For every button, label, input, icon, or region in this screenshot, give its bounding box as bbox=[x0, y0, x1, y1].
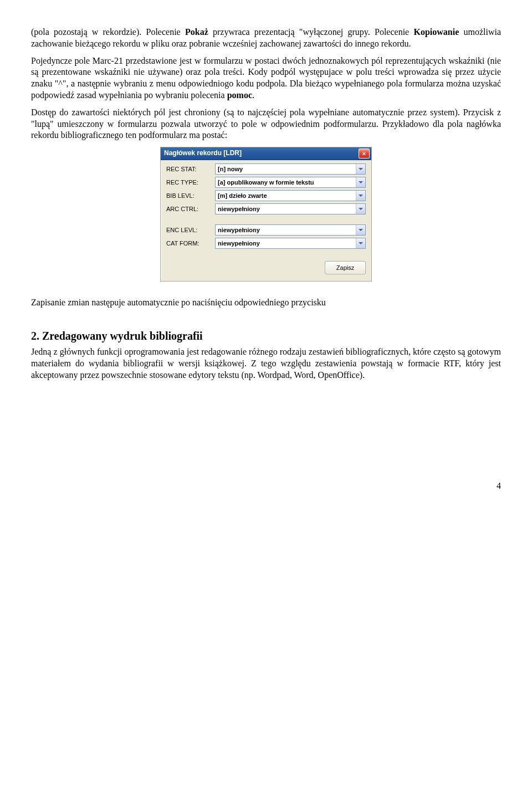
save-button[interactable]: Zapisz bbox=[325, 261, 366, 274]
text: przywraca prezentacją "wyłączonej grupy.… bbox=[208, 27, 414, 37]
combo-rec-type[interactable]: [a] opublikowany w formie tekstu bbox=[215, 177, 366, 188]
close-button[interactable]: × bbox=[359, 149, 370, 158]
bold-kopiowanie: Kopiowanie bbox=[413, 27, 459, 37]
chevron-down-icon bbox=[359, 195, 363, 197]
row-bib-levl: BIB LEVL: [m] dzieło zwarte bbox=[166, 190, 366, 201]
paragraph-5: Jedną z głównych funkcji oprogramowania … bbox=[31, 346, 501, 381]
paragraph-2: Pojedyncze pole Marc-21 przedstawione je… bbox=[31, 55, 501, 101]
label-rec-type: REC TYPE: bbox=[166, 178, 215, 186]
combo-cat-form[interactable]: niewypełniony bbox=[215, 238, 366, 249]
dialog-title: Nagłówek rekordu [LDR] bbox=[164, 149, 242, 158]
combo-arrow[interactable] bbox=[356, 204, 365, 214]
label-cat-form: CAT FORM: bbox=[166, 239, 215, 247]
combo-value: [n] nowy bbox=[216, 164, 356, 174]
save-row: Zapisz bbox=[166, 261, 366, 274]
combo-value: niewypełniony bbox=[216, 238, 356, 248]
text: (pola pozostają w rekordzie). Polecenie bbox=[31, 27, 185, 37]
chevron-down-icon bbox=[359, 242, 363, 244]
spacer bbox=[166, 217, 366, 224]
text: . bbox=[252, 90, 254, 100]
label-rec-stat: REC STAT: bbox=[166, 165, 215, 173]
row-cat-form: CAT FORM: niewypełniony bbox=[166, 238, 366, 249]
close-icon: × bbox=[362, 151, 366, 157]
label-arc-ctrl: ARC CTRL: bbox=[166, 205, 215, 213]
chevron-down-icon bbox=[359, 168, 363, 170]
paragraph-3: Dostęp do zawartości niektórych pól jest… bbox=[31, 107, 501, 141]
row-rec-type: REC TYPE: [a] opublikowany w formie teks… bbox=[166, 177, 366, 188]
chevron-down-icon bbox=[359, 181, 363, 183]
paragraph-1: (pola pozostają w rekordzie). Polecenie … bbox=[31, 27, 501, 50]
ldr-dialog: Nagłówek rekordu [LDR] × REC STAT: [n] n… bbox=[160, 147, 372, 282]
combo-arc-ctrl[interactable]: niewypełniony bbox=[215, 203, 366, 214]
form-body: REC STAT: [n] nowy REC TYPE: [a] opublik… bbox=[161, 160, 371, 281]
paragraph-4: Zapisanie zmian następuje automatycznie … bbox=[31, 297, 501, 309]
label-enc-levl: ENC LEVL: bbox=[166, 226, 215, 234]
chevron-down-icon bbox=[359, 208, 363, 210]
titlebar: Nagłówek rekordu [LDR] × bbox=[161, 147, 371, 160]
page-number: 4 bbox=[31, 480, 501, 492]
row-enc-levl: ENC LEVL: niewypełniony bbox=[166, 224, 366, 236]
text: Pojedyncze pole Marc-21 przedstawione je… bbox=[31, 56, 501, 100]
chevron-down-icon bbox=[359, 229, 363, 231]
combo-bib-levl[interactable]: [m] dzieło zwarte bbox=[215, 190, 366, 201]
dialog-screenshot: Nagłówek rekordu [LDR] × REC STAT: [n] n… bbox=[31, 147, 501, 282]
label-bib-levl: BIB LEVL: bbox=[166, 192, 215, 200]
combo-value: [a] opublikowany w formie tekstu bbox=[216, 177, 356, 187]
combo-arrow[interactable] bbox=[356, 177, 365, 187]
section-heading-2: 2. Zredagowany wydruk bibliografii bbox=[31, 329, 501, 343]
combo-arrow[interactable] bbox=[356, 164, 365, 174]
row-rec-stat: REC STAT: [n] nowy bbox=[166, 163, 366, 175]
combo-value: [m] dzieło zwarte bbox=[216, 191, 356, 201]
combo-arrow[interactable] bbox=[356, 225, 365, 235]
combo-arrow[interactable] bbox=[356, 191, 365, 201]
bold-pokaz: Pokaż bbox=[185, 27, 208, 37]
bold-pomoc: pomoc bbox=[227, 90, 252, 100]
combo-arrow[interactable] bbox=[356, 238, 365, 248]
combo-enc-levl[interactable]: niewypełniony bbox=[215, 224, 366, 236]
combo-rec-stat[interactable]: [n] nowy bbox=[215, 163, 366, 175]
combo-value: niewypełniony bbox=[216, 225, 356, 235]
row-arc-ctrl: ARC CTRL: niewypełniony bbox=[166, 203, 366, 214]
combo-value: niewypełniony bbox=[216, 204, 356, 214]
